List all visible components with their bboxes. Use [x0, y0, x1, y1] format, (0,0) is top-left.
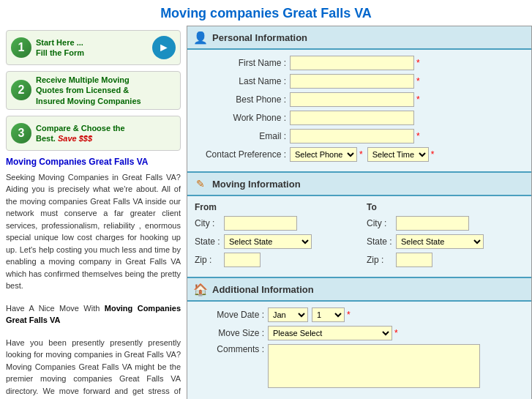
step2-number: 2	[11, 80, 31, 100]
first-name-input[interactable]	[290, 56, 414, 70]
best-phone-label: Best Phone :	[195, 94, 290, 105]
description-para1: Seeking Moving Companies in Great Falls …	[6, 171, 181, 292]
comments-textarea[interactable]	[268, 344, 480, 388]
best-phone-input[interactable]	[290, 92, 414, 107]
personal-section-body: First Name : * Last Name : * Best Phone …	[187, 50, 531, 171]
move-size-row: Move Size : Please Select Studio 1 Bedro…	[195, 326, 524, 340]
to-state-dropdown[interactable]: Select State ALAKAZAR CACOCTDE FLGAHIID …	[396, 234, 484, 249]
right-panel: 👤 Personal Information First Name : * La…	[187, 26, 532, 399]
work-phone-row: Work Phone :	[195, 111, 524, 125]
select-time-required: *	[431, 149, 435, 160]
moving-section-header: ✎ Moving Information	[187, 171, 531, 196]
contact-pref-label: Contact Preference :	[195, 149, 290, 160]
step1-number: 1	[11, 37, 31, 58]
from-zip-row: Zip :	[195, 253, 352, 267]
from-column: From City : State : Select State ALAKAZA…	[195, 202, 352, 271]
email-label: Email :	[195, 131, 290, 141]
to-zip-label: Zip :	[367, 255, 396, 265]
work-phone-input[interactable]	[290, 111, 414, 125]
to-city-row: City :	[367, 216, 524, 231]
email-required: *	[416, 131, 420, 141]
move-size-label: Move Size :	[195, 328, 268, 338]
home-icon: 🏠	[193, 282, 208, 297]
select-time-dropdown[interactable]: Select Time Morning Afternoon Evening	[367, 147, 429, 162]
from-zip-input[interactable]	[224, 253, 261, 267]
from-state-row: State : Select State ALAKAZAR CACOCTDE F…	[195, 234, 352, 249]
contact-pref-required: *	[359, 149, 363, 160]
from-city-input[interactable]	[224, 216, 297, 231]
step1-text: Start Here ... Fill the Form	[36, 37, 149, 59]
step3-number: 3	[11, 123, 31, 143]
left-panel: 1 Start Here ... Fill the Form ► 2 Recei…	[0, 26, 187, 399]
to-city-label: City :	[367, 218, 396, 228]
to-state-row: State : Select State ALAKAZAR CACOCTDE F…	[367, 234, 524, 249]
best-phone-required: *	[416, 94, 420, 105]
step3-box: 3 Compare & Choose the Best. Save $$$	[6, 116, 181, 151]
additional-section-title: Additional Information	[212, 284, 314, 295]
step1-box: 1 Start Here ... Fill the Form ►	[6, 30, 181, 65]
work-phone-label: Work Phone :	[195, 113, 290, 123]
to-city-input[interactable]	[396, 216, 469, 231]
step2-text: Receive Multiple Moving Quotes from Lice…	[36, 75, 176, 106]
select-phone-dropdown[interactable]: Select Phone Home Cell Work	[290, 147, 357, 162]
step2-box: 2 Receive Multiple Moving Quotes from Li…	[6, 71, 181, 110]
move-date-row: Move Date : JanFebMarApr MayJunJulAug Se…	[195, 307, 524, 322]
to-zip-row: Zip :	[367, 253, 524, 267]
to-column: To City : State : Select State ALAKAZAR …	[367, 202, 524, 271]
step3-text: Compare & Choose the Best. Save $$$	[36, 123, 176, 144]
description-para2: Have A Nice Move With Moving Companies G…	[6, 302, 181, 327]
comments-label: Comments :	[195, 344, 268, 354]
to-title: To	[367, 202, 524, 212]
additional-section-header: 🏠 Additional Information	[187, 277, 531, 302]
pencil-icon: ✎	[193, 176, 208, 191]
from-state-dropdown[interactable]: Select State ALAKAZAR CACOCTDE FLGAHIID …	[224, 234, 312, 249]
move-date-day-dropdown[interactable]: 1234 5678 9101112 13141516 17181920 2122…	[312, 307, 345, 322]
person-icon: 👤	[193, 30, 208, 45]
to-state-label: State :	[367, 236, 396, 247]
moving-companies-link[interactable]: Moving Companies Great Falls VA	[6, 157, 181, 167]
description-para3: Have you been presently presently presen…	[6, 337, 181, 399]
from-city-row: City :	[195, 216, 352, 231]
first-name-row: First Name : *	[195, 56, 524, 70]
last-name-row: Last Name : *	[195, 74, 524, 89]
page-title: Moving companies Great Falls VA	[0, 0, 532, 26]
moving-columns: From City : State : Select State ALAKAZA…	[187, 196, 531, 277]
personal-section-header: 👤 Personal Information	[187, 26, 531, 50]
last-name-label: Last Name :	[195, 76, 290, 86]
from-state-label: State :	[195, 236, 224, 247]
move-size-dropdown[interactable]: Please Select Studio 1 Bedroom 2 Bedroom…	[268, 326, 392, 340]
last-name-required: *	[416, 76, 420, 86]
from-title: From	[195, 202, 352, 212]
from-zip-label: Zip :	[195, 255, 224, 265]
step1-arrow[interactable]: ►	[152, 36, 176, 59]
moving-section-title: Moving Information	[212, 179, 301, 190]
personal-section-title: Personal Information	[212, 32, 307, 43]
best-phone-row: Best Phone : *	[195, 92, 524, 107]
last-name-input[interactable]	[290, 74, 414, 89]
to-zip-input[interactable]	[396, 253, 432, 267]
first-name-required: *	[416, 58, 420, 68]
email-input[interactable]	[290, 129, 414, 143]
move-size-required: *	[394, 328, 398, 338]
from-city-label: City :	[195, 218, 224, 228]
move-date-label: Move Date :	[195, 310, 268, 320]
move-date-month-dropdown[interactable]: JanFebMarApr MayJunJulAug SepOctNovDec	[268, 307, 308, 322]
additional-section-body: Move Date : JanFebMarApr MayJunJulAug Se…	[187, 302, 531, 399]
contact-pref-row: Contact Preference : Select Phone Home C…	[195, 147, 524, 162]
email-row: Email : *	[195, 129, 524, 143]
first-name-label: First Name :	[195, 58, 290, 68]
move-date-required: *	[347, 310, 351, 320]
comments-row: Comments :	[195, 344, 524, 388]
